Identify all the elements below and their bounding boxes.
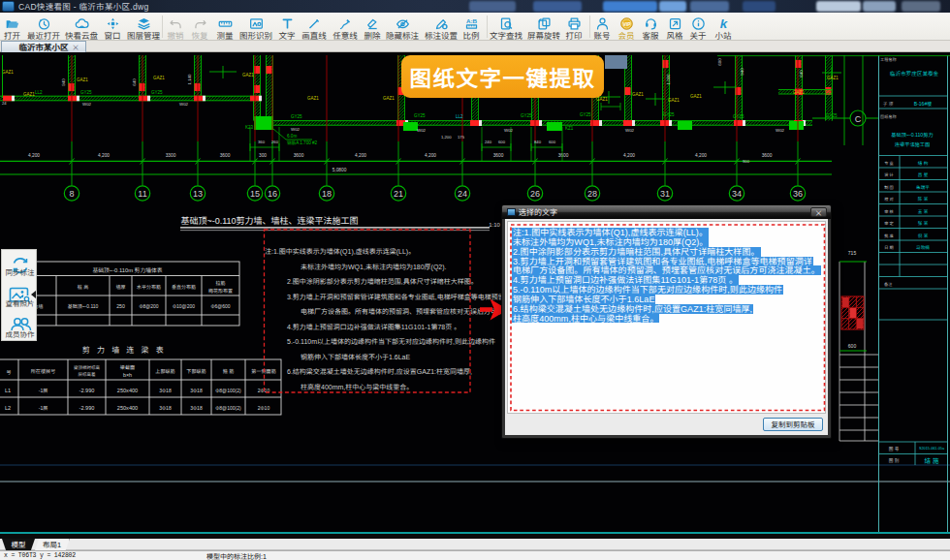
svg-text:-2.990: -2.990 (79, 388, 95, 393)
svg-text:朱瑞平: 朱瑞平 (916, 184, 930, 190)
svg-text:W02: W02 (291, 127, 301, 132)
svg-text:图 号: 图 号 (889, 446, 900, 451)
svg-text:墙厚: 墙厚 (115, 283, 125, 290)
svg-text:批 准: 批 准 (884, 233, 894, 238)
svg-text:250x400: 250x400 (117, 405, 138, 411)
svg-text:31: 31 (660, 189, 670, 199)
svg-text:18: 18 (322, 189, 332, 199)
svg-text:3600: 3600 (220, 153, 231, 158)
svg-text:号: 号 (6, 368, 11, 375)
svg-text:24: 24 (2, 101, 7, 106)
svg-text:L2: L2 (5, 405, 11, 411)
svg-text:21: 21 (394, 189, 403, 199)
svg-text:4.剪力墙上预留洞口边补强做法详图集11G101-1第78页: 4.剪力墙上预留洞口边补强做法详图集11G101-1第78页 。 (287, 322, 460, 331)
svg-text:GY25: GY25 (826, 112, 838, 118)
svg-text:4,200: 4,200 (28, 153, 40, 158)
svg-text:Φ10@200: Φ10@200 (173, 302, 195, 309)
svg-text:3600: 3600 (493, 153, 504, 158)
svg-text:Φ6@600: Φ6@600 (210, 302, 230, 309)
svg-text:B-16#楼: B-16#楼 (914, 100, 932, 107)
svg-text:3.剪力墙上开洞和预留套管详建筑图和各专业图纸,电梯呼梯盒等: 3.剪力墙上开洞和预留套管详建筑图和各专业图纸,电梯呼梯盒等电梯预留洞详 (287, 292, 519, 301)
svg-text:钢筋伸入下部墙体长度不小于1.6LaE: 钢筋伸入下部墙体长度不小于1.6LaE (301, 352, 411, 361)
svg-text:制 图: 制 图 (884, 184, 894, 190)
svg-text:34: 34 (732, 189, 742, 199)
svg-text:W02: W02 (82, 102, 92, 107)
svg-text:175: 175 (458, 135, 465, 140)
svg-text:图 别: 图 别 (889, 457, 900, 463)
svg-text:桩 高: 桩 高 (78, 283, 89, 290)
svg-text:3600: 3600 (294, 153, 304, 158)
svg-text:拉筋: 拉筋 (215, 279, 225, 286)
svg-text:Φ8@200: Φ8@200 (139, 302, 158, 309)
svg-text:GY25: GY25 (663, 111, 675, 117)
svg-text:GAZ1: GAZ1 (793, 89, 805, 95)
svg-text:240: 240 (485, 140, 492, 144)
svg-text:GY25: GY25 (291, 113, 302, 119)
svg-text:840: 840 (534, 140, 542, 144)
svg-text:1,200: 1,200 (441, 135, 452, 140)
svg-text:W02: W02 (417, 128, 427, 133)
svg-text:GAZ1: GAZ1 (77, 77, 88, 82)
svg-text:250: 250 (116, 303, 125, 309)
svg-text:GY25: GY25 (521, 112, 532, 118)
svg-text:王 某: 王 某 (918, 208, 929, 214)
svg-text:Φ8@100(2): Φ8@100(2) (215, 387, 241, 393)
svg-text:6.结构梁交混凝土墙处无边缘构件时,应设置GAZ1:柱宽同墙: 6.结构梁交混凝土墙处无边缘构件时,应设置GAZ1:柱宽同墙厚, (287, 366, 472, 376)
svg-text:3600: 3600 (558, 153, 569, 158)
svg-text:钢筋A 1.700 #2: 钢筋A 1.700 #2 (287, 140, 318, 145)
svg-text:900: 900 (743, 159, 750, 164)
svg-text:360: 360 (258, 140, 266, 144)
svg-text:GAZ1: GAZ1 (2, 69, 14, 75)
svg-text:1:10: 1:10 (489, 222, 500, 228)
svg-text:水平分布筋: 水平分布筋 (137, 283, 161, 290)
svg-text:GAZ1: GAZ1 (690, 93, 702, 99)
svg-text:600: 600 (498, 140, 506, 144)
svg-text:梁截面: 梁截面 (120, 363, 135, 370)
svg-text:GY25: GY25 (580, 111, 591, 117)
svg-text:注:1.图中实线表示为墙体(Q1),虚线表示连梁(LL)。: 注:1.图中实线表示为墙体(Q1),虚线表示连梁(LL)。 (265, 246, 415, 256)
svg-text:下部纵筋: 下部纵筋 (186, 367, 206, 374)
svg-text:吕 星: 吕 星 (918, 171, 929, 177)
svg-text:5.-0.110m以上墙体的边缘构件当下部无对应边缘构件时,: 5.-0.110m以上墙体的边缘构件当下部无对应边缘构件时,则此边缘构件 (287, 336, 495, 346)
svg-text:柱高度400mm,柱中心与梁中线重合。: 柱高度400mm,柱中心与梁中线重合。 (301, 382, 413, 391)
svg-text:LL2: LL2 (456, 113, 463, 119)
svg-text:图纸名称: 图纸名称 (880, 113, 897, 119)
svg-text:基础顶~-0.110: 基础顶~-0.110 (68, 302, 99, 309)
svg-text:K23: K23 (245, 124, 254, 130)
svg-text:GAZ1: GAZ1 (153, 75, 165, 80)
svg-text:640: 640 (131, 78, 137, 86)
svg-text:未标注外墙均为WQ1,未标注内墙均为180厚(Q2).: 未标注外墙均为WQ1,未标注内墙均为180厚(Q2). (301, 262, 447, 271)
svg-text:260: 260 (271, 140, 279, 144)
svg-text:2Φ10: 2Φ10 (258, 404, 270, 411)
svg-text:b×h: b×h (123, 372, 132, 378)
svg-text:垂直分布筋: 垂直分布筋 (172, 283, 196, 290)
svg-text:备注: 备注 (884, 281, 893, 287)
svg-text:3Φ18: 3Φ18 (190, 387, 203, 393)
svg-text:GAZ1: GAZ1 (632, 91, 644, 97)
svg-text:剪 力 墙 连 梁 表: 剪 力 墙 连 梁 表 (82, 344, 167, 355)
svg-text:KZ1: KZ1 (565, 125, 574, 131)
svg-text:6.0m: 6.0m (287, 134, 297, 139)
svg-text:3Φ18: 3Φ18 (159, 404, 172, 411)
svg-text:GAZ1: GAZ1 (23, 91, 35, 97)
svg-text:梁顶相对标高: 梁顶相对标高 (74, 364, 100, 370)
svg-text:箍 筋: 箍 筋 (223, 367, 235, 374)
svg-text:层标高差: 层标高差 (79, 371, 96, 377)
svg-text:16: 16 (268, 189, 277, 199)
svg-text:LL2: LL2 (35, 89, 43, 95)
svg-text:4,200: 4,200 (355, 153, 366, 158)
svg-text:640: 640 (798, 70, 804, 78)
svg-text:GY25: GY25 (80, 89, 92, 95)
svg-text:设 计: 设 计 (884, 171, 894, 177)
svg-text:GY25: GY25 (414, 112, 426, 118)
svg-text:4,200: 4,200 (623, 153, 635, 158)
svg-text:陈 某: 陈 某 (918, 196, 929, 202)
svg-text:工程名称: 工程名称 (880, 56, 897, 62)
svg-text:4,200: 4,200 (695, 153, 707, 158)
svg-text:GAZ1: GAZ1 (307, 95, 319, 101)
svg-text:600: 600 (848, 343, 857, 349)
svg-text:C: C (855, 114, 862, 124)
svg-text:张 某: 张 某 (918, 220, 929, 226)
svg-text:GAZ1: GAZ1 (668, 97, 680, 103)
svg-text:2.图中涂阴影部分表示剪力墙暗柱范围,具体尺寸详暗柱大样图。: 2.图中涂阴影部分表示剪力墙暗柱范围,具体尺寸详暗柱大样图。 (287, 276, 478, 286)
